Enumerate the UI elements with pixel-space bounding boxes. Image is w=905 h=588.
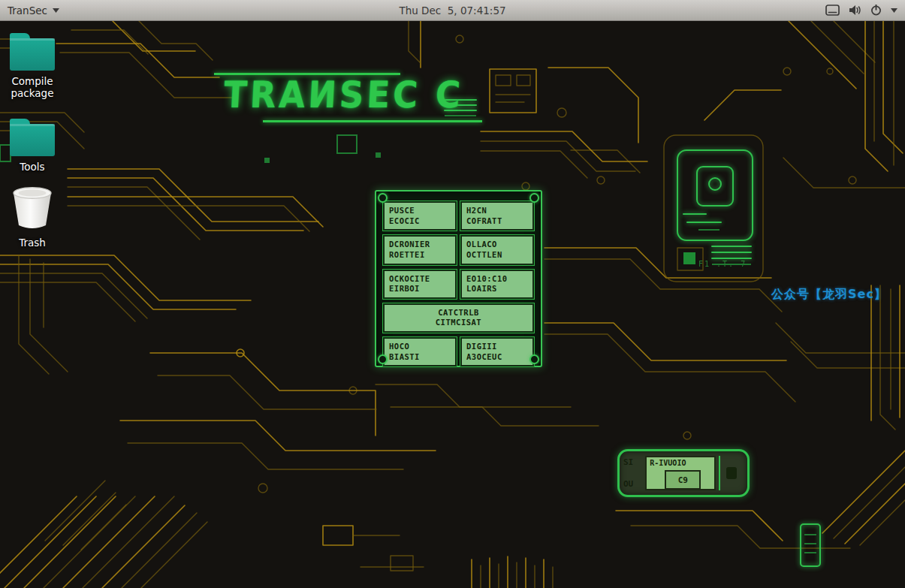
panel-row: OCKOCITE EIRBOI EO10:C10 LOAIRS (383, 270, 534, 299)
panel-corner-ring (529, 354, 539, 364)
wallpaper-logo: TRAИSEC C (222, 74, 495, 119)
desktop: F1 .T. 7 TRAИSEC C 公众号【龙羽Sec】 PUSCE ECOC… (0, 0, 905, 588)
desktop-icon-compile-package[interactable]: Compile package (2, 32, 63, 100)
chip-label: R-IVUOIO (650, 459, 686, 467)
wallpaper-control-panel: PUSCE ECOCIC H2CN COFRATT DCRONIER ROETT… (375, 190, 542, 367)
top-panel: TranSec Thu Dec 5, 07:41:57 (0, 0, 905, 21)
chip-side-labels: SI OU (623, 457, 642, 489)
chip-port-icon (726, 467, 737, 479)
desktop-icon-label: Compile package (2, 76, 63, 100)
power-icon[interactable] (870, 5, 882, 16)
system-tray (825, 5, 905, 16)
desktop-icon-label: Tools (20, 161, 44, 173)
panel-cell: OCKOCITE EIRBOI (383, 270, 457, 299)
panel-cell: EO10:C10 LOAIRS (460, 270, 534, 299)
clock[interactable]: Thu Dec 5, 07:41:57 (0, 5, 905, 17)
panel-cell: PUSCE ECOCIC (383, 201, 457, 231)
panel-cell: OLLACO OCTTLEN (460, 235, 534, 264)
chip-body: R-IVUOIO C9 (645, 456, 716, 490)
chip-port (719, 456, 744, 490)
panel-cell: HOCO BIASTI (383, 337, 457, 366)
panel-cell: DIGIII A3OCEUC (460, 337, 534, 366)
chip-side-bottom: OU (623, 479, 642, 489)
chip-inner-box: C9 (665, 470, 701, 490)
wallpaper-watermark: 公众号【龙羽Sec】 (771, 287, 905, 303)
folder-icon (10, 38, 55, 71)
desktop-icon-trash[interactable]: Trash (2, 185, 63, 249)
wallpaper-chip-module: SI OU R-IVUOIO C9 (617, 449, 750, 497)
panel-cell: DCRONIER ROETTEI (383, 235, 457, 264)
green-chip-square (683, 252, 695, 264)
desktop-icon-label: Trash (19, 237, 46, 249)
trash-icon (8, 185, 56, 232)
panel-corner-ring (529, 193, 539, 203)
volume-icon[interactable] (849, 5, 861, 16)
green-dot (376, 152, 381, 158)
panel-corner-ring (378, 354, 388, 364)
panel-corner-ring (378, 193, 388, 203)
keyboard-indicator-icon[interactable] (825, 5, 840, 16)
panel-row: DCRONIER ROETTEI OLLACO OCTTLEN (383, 235, 534, 264)
logo-line-bottom (263, 120, 482, 122)
panel-row: PUSCE ECOCIC H2CN COFRATT (383, 201, 534, 231)
desktop-icon-tools[interactable]: Tools (2, 117, 63, 173)
chip-side-top: SI (623, 457, 642, 467)
panel-cell: CATCTRLB CITMCISAT (383, 303, 534, 333)
caret-down-icon[interactable] (891, 8, 897, 13)
panel-cell: H2CN COFRATT (460, 201, 534, 231)
panel-row: HOCO BIASTI DIGIII A3OCEUC (383, 337, 534, 366)
folder-icon (10, 124, 55, 156)
panel-row: CATCTRLB CITMCISAT (383, 303, 534, 333)
green-dot (264, 158, 270, 163)
gold-hatch-bottom-left (0, 481, 207, 588)
gold-bundle-bottom-center (472, 556, 553, 588)
